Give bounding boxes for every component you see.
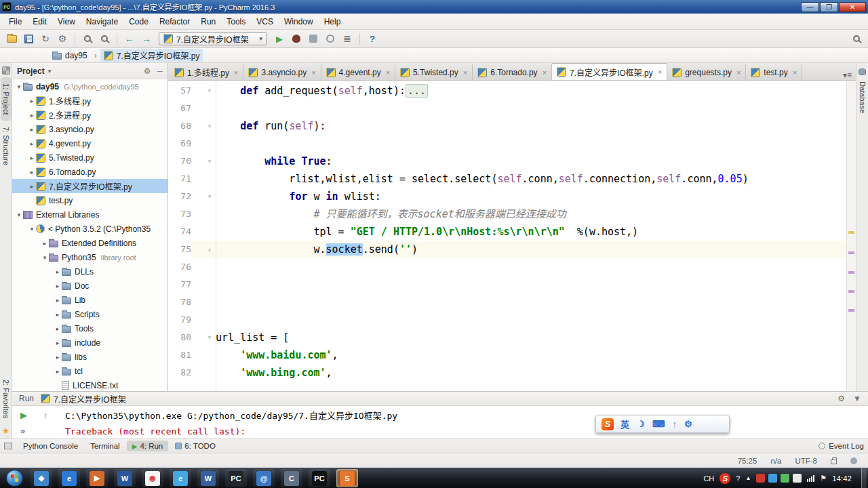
ime-button-4[interactable]: ⚙	[684, 419, 692, 429]
lock-icon[interactable]	[831, 460, 837, 464]
chevron-right-icon[interactable]: ▸	[54, 340, 62, 346]
editor-tab[interactable]: 3.asyncio.py×	[243, 64, 321, 80]
open-icon[interactable]	[4, 31, 19, 46]
code-line[interactable]: 78	[168, 293, 846, 311]
tree-item[interactable]: ▸3.asyncio.py	[12, 122, 167, 136]
sync-icon[interactable]: ↻	[38, 31, 53, 46]
find-icon[interactable]	[80, 31, 95, 46]
ime-button-0[interactable]: 英	[620, 418, 629, 430]
close-tab-icon[interactable]: ×	[463, 68, 467, 77]
menu-tools[interactable]: Tools	[221, 14, 251, 29]
tree-item[interactable]: ▸Extended Definitions	[12, 236, 167, 250]
taskbar-app-media-player[interactable]: ▶	[86, 469, 108, 487]
tool-window-corner-icon[interactable]	[4, 443, 12, 449]
clock[interactable]: 14:42	[832, 474, 852, 483]
fold-marker-icon[interactable]: ▿	[191, 152, 216, 170]
run-settings-icon[interactable]: ⚙	[837, 394, 845, 403]
settings-icon[interactable]: ⚙	[55, 31, 70, 46]
help-icon[interactable]: ?	[365, 31, 380, 46]
breadcrumb-item[interactable]: 7.自定义异步IO框架.py	[100, 49, 203, 62]
tree-item[interactable]: ▸6.Tornado.py	[12, 165, 167, 179]
ime-button-1[interactable]: ☽	[637, 419, 645, 429]
code-line[interactable]: 57▿ def add_request(self,host):...	[168, 82, 846, 100]
menu-window[interactable]: Window	[279, 14, 319, 29]
chevron-right-icon[interactable]: ▸	[28, 183, 36, 190]
file-encoding[interactable]: UTF-8	[795, 457, 817, 465]
tree-item[interactable]: ▸Tools	[12, 321, 167, 336]
chevron-right-icon[interactable]: ▸	[28, 98, 36, 104]
close-tab-icon[interactable]: ×	[386, 68, 390, 77]
fold-marker-icon[interactable]: ▿	[191, 329, 216, 346]
menu-refactor[interactable]: Refactor	[154, 14, 195, 29]
close-tab-icon[interactable]: ×	[793, 68, 797, 77]
language-indicator[interactable]: CH	[703, 474, 714, 483]
code-line[interactable]: 67	[168, 100, 846, 117]
menu-vcs[interactable]: VCS	[251, 14, 279, 29]
chevron-right-icon[interactable]: ▸	[54, 297, 62, 304]
code-line[interactable]: 73 # 只要能循环到，表示socket和服务器端已经连接成功	[168, 205, 846, 223]
taskbar-app-caj-viewer[interactable]: C	[281, 469, 302, 487]
tab-list-icon[interactable]: ▾≡	[839, 70, 856, 80]
show-desktop-button[interactable]	[861, 468, 867, 488]
tree-item[interactable]: ▾< Python 3.5.2 (C:\Python35	[12, 222, 167, 236]
editor-scrollbar[interactable]	[846, 81, 856, 391]
tool-button-terminal[interactable]: Terminal	[85, 441, 125, 451]
tool-button-python-console[interactable]: Python Console	[18, 441, 83, 451]
code-line[interactable]: 74 tpl = "GET / HTTP/1.0\r\nHost:%s\r\n\…	[168, 223, 846, 241]
tree-item[interactable]: ▸2.多进程.py	[12, 108, 167, 122]
chevron-right-icon[interactable]: ▸	[54, 283, 62, 289]
ime-button-3[interactable]: ↑	[672, 419, 677, 429]
sogou-tray-icon[interactable]: S	[719, 473, 730, 484]
close-tab-icon[interactable]: ×	[542, 68, 547, 77]
tree-item[interactable]: LICENSE.txt	[12, 378, 167, 391]
sogou-logo-icon[interactable]: S	[601, 418, 614, 430]
project-settings-icon[interactable]: ⚙	[144, 66, 151, 76]
chevron-right-icon[interactable]: ▸	[54, 354, 62, 361]
editor-tab[interactable]: 6.Tornado.py×	[473, 64, 552, 80]
close-tab-icon[interactable]: ×	[736, 68, 741, 77]
chevron-down-icon[interactable]: ▾	[41, 254, 49, 261]
chevron-down-icon[interactable]: ▾	[15, 211, 23, 218]
run-configuration-select[interactable]: 7.自定义异步IO框架 ▾	[159, 32, 267, 45]
editor-tab[interactable]: test.py×	[746, 64, 802, 80]
network-icon[interactable]	[807, 474, 814, 482]
chevron-down-icon[interactable]: ▾	[48, 68, 52, 75]
code-line[interactable]: 82 'www.bing.com',	[168, 364, 846, 382]
tray-icon-3[interactable]	[793, 474, 802, 483]
action-center-icon[interactable]: ⚑	[820, 474, 827, 483]
tool-button-6-todo[interactable]: 6: TODO	[170, 441, 221, 451]
run-console-tab[interactable]: 7.自定义异步IO框架	[41, 393, 126, 405]
menu-view[interactable]: View	[52, 14, 81, 29]
maximize-button[interactable]: ❐	[820, 2, 838, 12]
taskbar-app-internet-explorer[interactable]: e	[58, 469, 80, 487]
ime-toolbar[interactable]: S 英☽⌨↑⚙	[595, 415, 730, 433]
tool-button-4-run[interactable]: ▶4: Run	[127, 441, 169, 451]
menu-file[interactable]: File	[3, 14, 27, 29]
fold-marker-icon[interactable]: ▵	[191, 241, 216, 258]
menu-code[interactable]: Code	[123, 14, 154, 29]
chevron-right-icon[interactable]: ▸	[54, 311, 62, 318]
chevron-down-icon[interactable]: ▾	[28, 226, 36, 232]
code-editor[interactable]: 57▿ def add_request(self,host):...6768▿ …	[168, 81, 846, 391]
tray-expand-icon[interactable]: ▲	[745, 475, 751, 481]
rerun-icon[interactable]: ▶	[20, 410, 27, 420]
profiler-icon[interactable]	[323, 31, 338, 46]
code-line[interactable]: 70▿ while True:	[168, 152, 846, 170]
menu-run[interactable]: Run	[195, 14, 221, 29]
tray-icon-0[interactable]	[756, 474, 765, 483]
editor-tab[interactable]: 5.Twisted.py×	[395, 64, 473, 80]
taskbar-app-browser[interactable]: e	[170, 469, 191, 487]
code-line[interactable]: 69	[168, 135, 846, 152]
tray-icon-1[interactable]	[768, 474, 777, 483]
code-line[interactable]: 71 rlist,wlist,elist = select.select(sel…	[168, 170, 846, 188]
tray-icon-2[interactable]	[781, 474, 789, 483]
code-line[interactable]: 68▿ def run(self):	[168, 117, 846, 135]
save-all-icon[interactable]	[21, 31, 36, 46]
menu-navigate[interactable]: Navigate	[81, 14, 123, 29]
run-icon[interactable]: ▶	[272, 31, 287, 46]
close-button[interactable]: ✕	[839, 2, 866, 12]
skip-icon[interactable]: »	[20, 426, 25, 436]
run-console[interactable]: ▶ » ↑ C:\Python35\python.exe G:/python_c…	[12, 406, 868, 439]
tree-item[interactable]: ▸include	[12, 336, 167, 350]
taskbar-app-console-app[interactable]: PC	[309, 469, 330, 487]
